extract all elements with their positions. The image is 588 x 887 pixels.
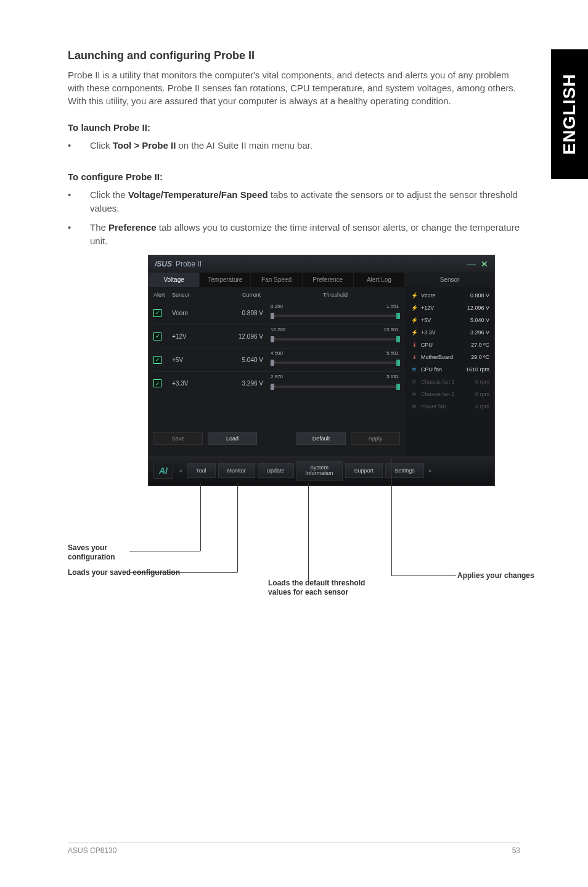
threshold-high: 5.501 <box>386 350 399 356</box>
slider-handle-low[interactable] <box>271 336 274 342</box>
sensor-value: 0.808 V <box>470 292 489 299</box>
sensor-readout: ⚡+12V12.096 V <box>410 302 489 314</box>
bullet-marker: • <box>68 139 90 153</box>
close-icon[interactable]: ✕ <box>481 259 488 269</box>
text: Click the <box>90 189 128 200</box>
sensor-name: +3.3V <box>421 329 470 336</box>
alert-checkbox[interactable] <box>153 379 172 387</box>
threshold-high: 1.551 <box>386 303 399 309</box>
launch-heading: To launch Probe II: <box>68 122 520 133</box>
probe-ii-window: /SUS Probe II — ✕ Voltage Temperature Fa… <box>148 255 495 486</box>
sensor-value: 3.296 V <box>470 329 489 336</box>
threshold-slider[interactable]: 0.2501.551 <box>271 302 400 324</box>
slider-handle-low[interactable] <box>271 360 274 366</box>
sensor-name: +3.3V <box>172 380 234 387</box>
bold-text: Preference <box>108 222 157 233</box>
apply-button[interactable]: Apply <box>351 432 400 445</box>
bold-text: Tool > Probe II <box>113 140 176 151</box>
sensor-type-icon: ✲ <box>410 379 419 385</box>
callout-loads: Loads your saved configuration <box>68 568 247 578</box>
tab-voltage[interactable]: Voltage <box>149 273 200 287</box>
text: The <box>90 222 108 233</box>
slider-track <box>271 361 400 364</box>
slider-handle-low[interactable] <box>271 313 274 319</box>
col-threshold: Threshold <box>271 292 400 298</box>
alert-checkbox[interactable] <box>153 309 172 317</box>
monitor-button[interactable]: Monitor <box>218 463 255 478</box>
footer-left: ASUS CP6130 <box>68 846 116 855</box>
sensor-name: +5V <box>421 317 470 323</box>
bullet-text: Click Tool > Probe II on the AI Suite II… <box>90 139 520 153</box>
callout-line <box>308 483 309 582</box>
table-row: +12V12.096 V10.20013.801 <box>153 325 400 349</box>
tab-alert-log[interactable]: Alert Log <box>354 273 405 287</box>
tool-button[interactable]: Tool <box>187 463 216 478</box>
sensor-name: Power fan <box>421 403 475 410</box>
save-button[interactable]: Save <box>153 432 203 445</box>
alert-checkbox[interactable] <box>153 332 172 340</box>
screenshot-wrapper: /SUS Probe II — ✕ Voltage Temperature Fa… <box>148 255 495 486</box>
slider-handle-high[interactable] <box>396 336 400 342</box>
main-tabs: Voltage Temperature Fan Speed Preference… <box>149 273 405 287</box>
sensor-name: Vcore <box>172 310 234 316</box>
threshold-slider[interactable]: 10.20013.801 <box>271 325 400 348</box>
minimize-icon[interactable]: — <box>467 259 476 269</box>
section-heading: Launching and configuring Probe II <box>68 49 520 62</box>
text: Click <box>90 140 113 151</box>
tab-preference[interactable]: Preference <box>303 273 354 287</box>
sensor-type-icon: ⚡ <box>410 329 419 336</box>
bullet-marker: • <box>68 188 90 216</box>
table-row: +3.3V3.296 V2.9703.631 <box>153 372 400 395</box>
threshold-low: 10.200 <box>271 327 285 332</box>
slider-handle-high[interactable] <box>396 384 400 390</box>
sensor-panel-header: Sensor <box>405 273 494 287</box>
table-row: Vcore0.808 V0.2501.551 <box>153 302 400 325</box>
check-icon <box>153 309 161 317</box>
callout-applies: Applies your changes <box>457 571 562 581</box>
sensor-readout: ⚡+5V5.040 V <box>410 314 489 326</box>
main-body: Alert Sensor Current Threshold Vcore0.80… <box>149 287 494 456</box>
threshold-slider[interactable]: 2.9703.631 <box>271 372 400 395</box>
check-icon <box>153 332 161 340</box>
ai-logo-icon[interactable]: AI <box>153 463 173 479</box>
update-button[interactable]: Update <box>258 463 294 478</box>
tab-temperature[interactable]: Temperature <box>200 273 251 287</box>
tab-fan-speed[interactable]: Fan Speed <box>251 273 302 287</box>
nav-left-icon[interactable]: ◂ <box>176 467 184 474</box>
slider-track <box>271 338 400 340</box>
sensor-value: 0 rpm <box>475 379 489 385</box>
slider-handle-high[interactable] <box>396 313 400 319</box>
nav-right-icon[interactable]: ▸ <box>427 467 435 474</box>
voltage-table: Alert Sensor Current Threshold Vcore0.80… <box>149 287 405 456</box>
support-button[interactable]: Support <box>345 463 383 478</box>
sensor-value: 5.040 V <box>470 317 489 323</box>
bold-text: Voltage/Temperature/Fan Speed <box>128 189 268 200</box>
bullet-marker: • <box>68 221 90 249</box>
sensor-name: +5V <box>172 357 234 363</box>
threshold-low: 2.970 <box>271 374 283 379</box>
sensor-type-icon: ⚡ <box>410 317 419 323</box>
threshold-low: 4.500 <box>271 350 283 356</box>
sensor-readout: ⚡Vcore0.808 V <box>410 289 489 302</box>
default-button[interactable]: Default <box>296 432 346 445</box>
sensor-type-icon: ✲ <box>410 391 419 397</box>
sensor-name: Chassis fan 2 <box>421 391 475 397</box>
slider-handle-low[interactable] <box>271 384 274 390</box>
titlebar: /SUS Probe II — ✕ <box>149 255 494 273</box>
slider-handle-high[interactable] <box>396 360 400 366</box>
check-icon <box>153 356 161 364</box>
system-information-button[interactable]: System Information <box>296 461 343 481</box>
brand-logo: /SUS <box>155 260 172 268</box>
callout-line <box>391 576 456 576</box>
load-button[interactable]: Load <box>208 432 257 445</box>
page-content: Launching and configuring Probe II Probe… <box>0 0 588 486</box>
slider-track <box>271 386 400 388</box>
sensor-value: 12.096 V <box>467 305 489 311</box>
intro-paragraph: Probe II is a utility that monitors the … <box>68 68 520 107</box>
sensor-type-icon: ✲ <box>410 366 419 373</box>
alert-checkbox[interactable] <box>153 356 172 364</box>
callout-line <box>200 483 201 551</box>
configure-heading: To configure Probe II: <box>68 171 520 182</box>
sensor-value: 0 rpm <box>475 403 489 410</box>
threshold-slider[interactable]: 4.5005.501 <box>271 349 400 371</box>
